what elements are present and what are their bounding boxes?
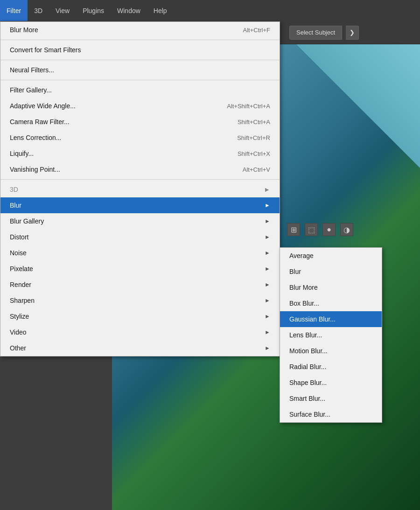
arrow-icon-blur: ► — [265, 202, 270, 209]
arrow-icon-stylize: ► — [265, 313, 270, 320]
menu-item-blur-more[interactable]: Blur More Alt+Ctrl+F — [0, 22, 280, 38]
selection-icon[interactable]: ⬚ — [305, 223, 318, 236]
submenu-item-blur[interactable]: Blur — [280, 264, 382, 279]
submenu-item-smart-blur[interactable]: Smart Blur... — [280, 391, 382, 406]
menubar-item-view[interactable]: View — [49, 0, 76, 21]
menu-item-noise[interactable]: Noise ► — [0, 245, 280, 261]
arrow-icon-noise: ► — [265, 250, 270, 256]
submenu-item-shape-blur[interactable]: Shape Blur... — [280, 375, 382, 391]
submenu-item-lens-blur[interactable]: Lens Blur... — [280, 327, 382, 343]
separator-3 — [0, 80, 280, 80]
submenu-item-blur-more[interactable]: Blur More — [280, 279, 382, 295]
menu-item-sharpen[interactable]: Sharpen ► — [0, 293, 280, 308]
menu-item-camera-raw[interactable]: Camera Raw Filter... Shift+Ctrl+A — [0, 114, 280, 130]
submenu-item-radial-blur[interactable]: Radial Blur... — [280, 359, 382, 375]
menubar-item-3d[interactable]: 3D — [28, 0, 49, 21]
menu-item-pixelate[interactable]: Pixelate ► — [0, 261, 280, 277]
menubar-item-filter[interactable]: Filter — [0, 0, 28, 21]
menubar-item-help[interactable]: Help — [147, 0, 174, 21]
select-subject-button[interactable]: Select Subject — [289, 26, 342, 40]
arrow-icon-pixelate: ► — [265, 265, 270, 272]
menu-item-liquify[interactable]: Liquify... Shift+Ctrl+X — [0, 146, 280, 161]
arrow-icon-blur-gallery: ► — [265, 218, 270, 224]
menu-item-blur-gallery[interactable]: Blur Gallery ► — [0, 213, 280, 229]
arrow-icon-video: ► — [265, 329, 270, 335]
separator-4 — [0, 179, 280, 180]
toolbar-icons: ⊞ ⬚ ● ◑ — [287, 223, 353, 236]
menubar-item-window[interactable]: Window — [111, 0, 147, 21]
arrow-icon-render: ► — [265, 281, 270, 288]
filter-dropdown-menu: Blur More Alt+Ctrl+F Convert for Smart F… — [0, 21, 280, 356]
arrow-icon-other: ► — [265, 345, 270, 351]
submenu-item-motion-blur[interactable]: Motion Blur... — [280, 343, 382, 359]
circle-fill-icon[interactable]: ● — [322, 223, 336, 236]
chevron-down-icon: ❯ — [350, 29, 355, 36]
submenu-item-gaussian-blur[interactable]: Gaussian Blur... — [280, 311, 382, 327]
menu-item-render[interactable]: Render ► — [0, 277, 280, 293]
menu-item-neural-filters[interactable]: Neural Filters... — [0, 62, 280, 78]
submenu-item-average[interactable]: Average — [280, 248, 382, 264]
submenu-item-surface-blur[interactable]: Surface Blur... — [280, 406, 382, 422]
menubar: Filter 3D View Plugins Window Help — [0, 0, 420, 21]
menu-item-vanishing-point[interactable]: Vanishing Point... Alt+Ctrl+V — [0, 161, 280, 177]
menu-item-distort[interactable]: Distort ► — [0, 229, 280, 245]
select-subject-dropdown[interactable]: ❯ — [346, 26, 359, 40]
menu-item-adaptive-wide[interactable]: Adaptive Wide Angle... Alt+Shift+Ctrl+A — [0, 98, 280, 114]
halfcircle-icon[interactable]: ◑ — [340, 223, 353, 236]
menubar-item-plugins[interactable]: Plugins — [76, 0, 111, 21]
arrow-icon-sharpen: ► — [265, 297, 270, 304]
menu-item-blur[interactable]: Blur ► — [0, 197, 280, 213]
menu-item-other[interactable]: Other ► — [0, 340, 280, 356]
menu-item-filter-gallery[interactable]: Filter Gallery... — [0, 82, 280, 98]
separator-1 — [0, 40, 280, 40]
blur-submenu: Average Blur Blur More Box Blur... Gauss… — [280, 247, 382, 423]
menu-item-stylize[interactable]: Stylize ► — [0, 308, 280, 324]
arrow-icon-distort: ► — [265, 234, 270, 240]
menu-item-convert-smart[interactable]: Convert for Smart Filters — [0, 42, 280, 58]
menu-item-video[interactable]: Video ► — [0, 324, 280, 340]
menu-item-lens-correction[interactable]: Lens Correction... Shift+Ctrl+R — [0, 130, 280, 146]
grid-icon[interactable]: ⊞ — [287, 223, 300, 236]
menu-item-3d[interactable]: 3D ► — [0, 182, 280, 197]
submenu-item-box-blur[interactable]: Box Blur... — [280, 295, 382, 311]
separator-2 — [0, 60, 280, 60]
arrow-icon-3d: ► — [264, 186, 270, 193]
